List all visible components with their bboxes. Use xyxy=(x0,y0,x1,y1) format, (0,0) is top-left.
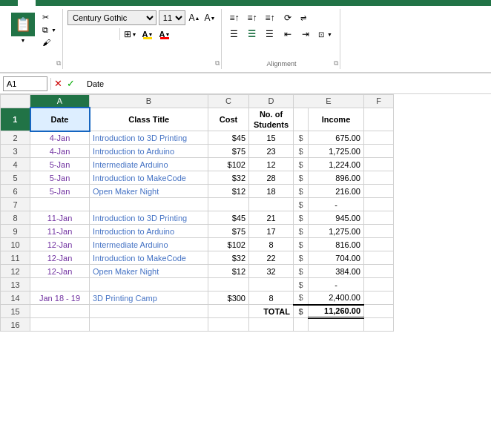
decrease-font-size-button[interactable]: A▼ xyxy=(203,11,217,24)
cell-eval15[interactable]: 11,260.00 xyxy=(309,305,364,318)
cell-b13[interactable] xyxy=(90,278,208,291)
cell-edollar15[interactable]: $ xyxy=(294,305,309,318)
cut-button[interactable]: ✂ xyxy=(41,12,58,23)
cell-d10[interactable]: 8 xyxy=(249,238,294,251)
cell-d1[interactable]: No. ofStudents xyxy=(249,108,294,131)
cell-b5[interactable]: Introduction to MakeCode xyxy=(90,171,208,185)
cell-c7[interactable] xyxy=(208,198,249,211)
cell-f7[interactable] xyxy=(364,198,394,211)
cell-eval14[interactable]: 2,400.00 xyxy=(309,291,364,305)
cell-edollar5[interactable]: $ xyxy=(294,171,309,185)
col-header-e[interactable]: E xyxy=(294,95,364,108)
cell-eval9[interactable]: 1,275.00 xyxy=(309,225,364,238)
cell-b1[interactable]: Class Title xyxy=(90,108,208,131)
tab-help[interactable] xyxy=(160,0,178,6)
col-header-a[interactable]: A xyxy=(30,95,90,108)
merge-center-button[interactable]: ⊡ ▼ xyxy=(315,29,335,40)
font-color-dropdown[interactable]: ▼ xyxy=(165,32,170,37)
cell-f5[interactable] xyxy=(364,171,394,185)
cell-c10[interactable]: $102 xyxy=(208,238,249,251)
cell-edollar7[interactable]: $ xyxy=(294,198,309,211)
cell-eval7[interactable]: - xyxy=(309,198,364,211)
cell-edollar1[interactable] xyxy=(294,108,309,131)
bold-button[interactable] xyxy=(67,27,82,42)
cell-eval4[interactable]: 1,224.00 xyxy=(309,158,364,171)
tab-home[interactable] xyxy=(18,0,36,6)
cell-d12[interactable]: 32 xyxy=(249,265,294,278)
cell-c5[interactable]: $32 xyxy=(208,171,249,185)
cell-f13[interactable] xyxy=(364,278,394,291)
cell-edollar2[interactable]: $ xyxy=(294,131,309,145)
cell-a5[interactable]: 5-Jan xyxy=(30,171,90,185)
cell-f6[interactable] xyxy=(364,185,394,198)
cell-eval12[interactable]: 384.00 xyxy=(309,265,364,278)
cell-eval16[interactable] xyxy=(309,318,364,332)
cell-c12[interactable]: $12 xyxy=(208,265,249,278)
format-painter-button[interactable]: 🖌 xyxy=(41,37,58,47)
align-center-button[interactable]: ☰ xyxy=(244,27,260,42)
increase-font-size-button[interactable]: A▲ xyxy=(188,11,201,24)
cell-a14[interactable]: Jan 18 - 19 xyxy=(30,291,90,305)
cell-eval13[interactable]: - xyxy=(309,278,364,291)
tab-view[interactable] xyxy=(142,0,160,6)
cell-edollar6[interactable]: $ xyxy=(294,185,309,198)
cell-b10[interactable]: Intermediate Arduino xyxy=(90,238,208,251)
col-header-b[interactable]: B xyxy=(90,95,208,108)
cell-b14[interactable]: 3D Printing Camp xyxy=(90,291,208,305)
cell-edollar12[interactable]: $ xyxy=(294,265,309,278)
cell-eval5[interactable]: 896.00 xyxy=(309,171,364,185)
cell-d16[interactable] xyxy=(249,318,294,332)
cell-d2[interactable]: 15 xyxy=(249,131,294,145)
cell-a3[interactable]: 4-Jan xyxy=(30,145,90,158)
cell-a4[interactable]: 5-Jan xyxy=(30,158,90,171)
italic-button[interactable] xyxy=(85,27,99,42)
cell-c1[interactable]: Cost xyxy=(208,108,249,131)
cell-b9[interactable]: Introduction to Arduino xyxy=(90,225,208,238)
name-box[interactable] xyxy=(3,76,47,91)
cell-d9[interactable]: 17 xyxy=(249,225,294,238)
cell-b11[interactable]: Introduction to MakeCode xyxy=(90,251,208,265)
tab-data[interactable] xyxy=(107,0,125,6)
cell-d13[interactable] xyxy=(249,278,294,291)
alignment-expander[interactable]: ⧉ xyxy=(334,59,338,67)
formula-input[interactable] xyxy=(84,79,488,89)
cell-d4[interactable]: 12 xyxy=(249,158,294,171)
cell-b6[interactable]: Open Maker Night xyxy=(90,185,208,198)
cell-eval6[interactable]: 216.00 xyxy=(309,185,364,198)
cell-b12[interactable]: Open Maker Night xyxy=(90,265,208,278)
cell-b2[interactable]: Introduction to 3D Printing xyxy=(90,131,208,145)
align-top-left-button[interactable]: ≡↑ xyxy=(226,10,243,25)
cell-a1[interactable]: Date xyxy=(30,108,90,131)
cell-b4[interactable]: Intermediate Arduino xyxy=(90,158,208,171)
cell-c6[interactable]: $12 xyxy=(208,185,249,198)
tab-formulas[interactable] xyxy=(89,0,107,6)
cell-eval8[interactable]: 945.00 xyxy=(309,211,364,225)
cell-eval10[interactable]: 816.00 xyxy=(309,238,364,251)
paste-dropdown-arrow[interactable]: ▼ xyxy=(21,38,26,43)
cell-b7[interactable] xyxy=(90,198,208,211)
cell-c9[interactable]: $75 xyxy=(208,225,249,238)
col-header-d[interactable]: D xyxy=(249,95,294,108)
cell-edollar10[interactable]: $ xyxy=(294,238,309,251)
cell-eval11[interactable]: 704.00 xyxy=(309,251,364,265)
cell-a11[interactable]: 12-Jan xyxy=(30,251,90,265)
cell-c13[interactable] xyxy=(208,278,249,291)
tab-file[interactable] xyxy=(0,0,18,6)
tab-draw[interactable] xyxy=(53,0,71,6)
wrap-text-button[interactable]: ⇌ xyxy=(297,13,311,24)
cell-a8[interactable]: 11-Jan xyxy=(30,211,90,225)
cell-c16[interactable] xyxy=(208,318,249,332)
cell-a10[interactable]: 12-Jan xyxy=(30,238,90,251)
cell-a7[interactable] xyxy=(30,198,90,211)
cell-edollar14[interactable]: $ xyxy=(294,291,309,305)
cell-f3[interactable] xyxy=(364,145,394,158)
cell-f2[interactable] xyxy=(364,131,394,145)
underline-button[interactable] xyxy=(102,27,116,42)
col-header-f[interactable]: F xyxy=(364,95,394,108)
highlight-dropdown[interactable]: ▼ xyxy=(148,32,153,37)
cell-eval3[interactable]: 1,725.00 xyxy=(309,145,364,158)
cell-f4[interactable] xyxy=(364,158,394,171)
font-name-select[interactable]: Century Gothic xyxy=(67,10,156,25)
borders-button[interactable]: ⊞▼ xyxy=(123,27,138,42)
cell-f9[interactable] xyxy=(364,225,394,238)
